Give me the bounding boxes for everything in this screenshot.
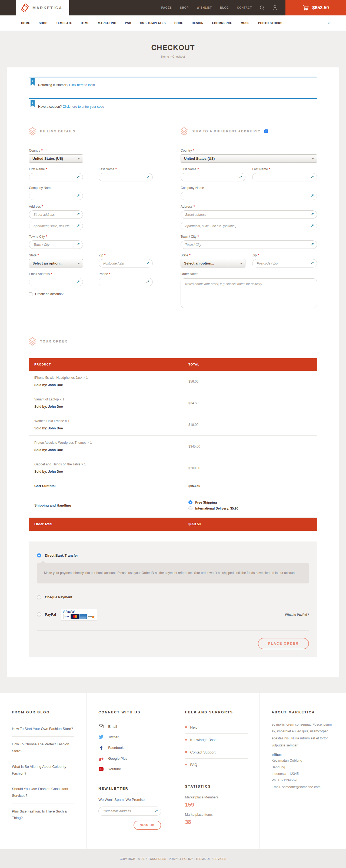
cart-button[interactable]: $653.50	[285, 0, 346, 16]
user-icon[interactable]	[273, 0, 277, 16]
shipping-last-name-input[interactable]	[252, 173, 317, 181]
billing-email-input[interactable]	[29, 278, 83, 286]
shipping-zip-input[interactable]	[252, 259, 317, 268]
catnav-code[interactable]: CODE	[174, 21, 183, 25]
billing-town-input[interactable]	[29, 241, 83, 249]
shipping-street-input[interactable]	[180, 210, 317, 219]
address-line: Kecamatan Coblong	[272, 757, 334, 764]
social-link-twitter[interactable]: Twitter	[98, 732, 161, 742]
catnav-ecommerce[interactable]: ECOMMERCE	[212, 21, 232, 25]
social-link-email[interactable]: Email	[98, 721, 161, 732]
select-arrow-icon	[78, 156, 79, 160]
billing-last-name-input[interactable]	[99, 173, 153, 181]
order-notes-textarea[interactable]	[180, 278, 317, 308]
shipping-company-input[interactable]	[180, 192, 317, 200]
terms-link[interactable]: TERMS OF SERVICES	[196, 858, 226, 861]
chevron-double-down-icon[interactable]: »	[327, 22, 331, 24]
privacy-policy-link[interactable]: PRIVACY POLICY	[169, 858, 193, 861]
billing-first-name-label: First Name*	[29, 167, 83, 171]
catnav-shop[interactable]: SHOP	[39, 21, 47, 25]
free-shipping-option[interactable]: Free Shipping	[188, 500, 312, 504]
payment-cheque-option[interactable]: Cheque Payment	[37, 595, 309, 599]
catnav-html[interactable]: HTML	[81, 21, 89, 25]
billing-apartment-input[interactable]	[29, 222, 83, 230]
billing-zip-input[interactable]	[99, 259, 153, 268]
nav-blog[interactable]: BLOG	[220, 6, 229, 9]
catnav-marketing[interactable]: MARKETING	[98, 21, 116, 25]
billing-phone-input[interactable]	[99, 278, 153, 286]
payment-paypal-option: PayPal P PayPal VISA DISCOVER What is Pa…	[37, 609, 309, 621]
total-column-header: TOTAL	[183, 358, 317, 371]
shipping-country-select[interactable]: United States (US)	[180, 154, 317, 163]
catnav-template[interactable]: TEMPLATE	[56, 21, 72, 25]
search-icon[interactable]	[260, 0, 265, 16]
checkout-card: i Returning customer? Click here to logi…	[7, 67, 339, 677]
catnav-design[interactable]: DESIGN	[192, 21, 203, 25]
international-delivery-option[interactable]: International Delivery: $5.90	[188, 506, 312, 510]
nav-wishlist[interactable]: WISHLIST	[197, 6, 212, 9]
discover-card-icon: DISCOVER	[88, 614, 95, 619]
radio-unselected-icon[interactable]	[37, 613, 41, 617]
blog-post-link[interactable]: What is So Alluring About Celebrity Fash…	[12, 759, 74, 781]
login-link[interactable]: Click here to login	[69, 83, 95, 87]
catnav-muse[interactable]: MUSE	[241, 21, 249, 25]
notice-text: Have a coupon?	[38, 105, 62, 108]
social-link-google-plus[interactable]: g+ Google Plus	[98, 753, 161, 764]
contact-support-link[interactable]: Contact Support	[185, 746, 248, 758]
breadcrumb-home[interactable]: Home	[161, 55, 169, 58]
billing-first-name-input[interactable]	[29, 173, 83, 181]
billing-company-input[interactable]	[29, 192, 83, 200]
billing-street-input[interactable]	[29, 210, 83, 219]
order-item-row: Variant of Laptop × 1 Sold by: John Doe …	[29, 392, 317, 414]
shipping-apartment-input[interactable]	[180, 222, 317, 230]
newsletter-email-input[interactable]	[98, 807, 161, 816]
shipping-first-name-input[interactable]	[180, 173, 245, 181]
required-star: *	[198, 167, 199, 171]
coupon-link[interactable]: Click here to enter your code	[63, 105, 104, 108]
knowledge-base-link[interactable]: Knowladge Base	[185, 734, 248, 746]
create-account-checkbox[interactable]: Create an account?	[29, 292, 153, 296]
required-star: *	[41, 149, 43, 152]
select-arrow-icon	[78, 261, 79, 265]
top-header: MARKETICA PAGES SHOP WISHLIST BLOG CONTA…	[0, 0, 346, 16]
nav-shop[interactable]: SHOP	[180, 6, 189, 9]
place-order-button[interactable]: PLACE ORDER	[258, 638, 309, 649]
faq-link[interactable]: FAQ	[185, 758, 248, 771]
product-total: $200.00	[183, 457, 317, 479]
required-star: *	[109, 272, 110, 276]
what-is-paypal-link[interactable]: What is PayPal?	[285, 613, 309, 616]
shipping-column: SHIP TO A DIFFERENT ADDRESS? Country* Un…	[180, 127, 317, 309]
catnav-photo-stocks[interactable]: PHOTO STOCKS	[258, 21, 282, 25]
blog-post-link[interactable]: How To Choose The Perfect Fashion Store?	[12, 737, 74, 759]
social-link-facebook[interactable]: Facebook	[98, 742, 161, 753]
copyright-bar: COPYRIGHT © 2015 TOKOPRESS PRIVACY POLIC…	[0, 849, 346, 868]
visa-card-icon: VISA	[63, 614, 71, 619]
billing-country-select[interactable]: United States (US)	[29, 154, 83, 163]
payment-bank-transfer-option[interactable]: Direct Bank Transfer	[37, 553, 309, 557]
required-star: *	[194, 205, 195, 209]
blog-post-link[interactable]: Plus Size Fashion: Is There Such a Thing…	[12, 804, 74, 826]
required-star: *	[46, 235, 47, 239]
shipping-state-select[interactable]: Select an option...	[180, 259, 245, 268]
returning-customer-notice: i Returning customer? Click here to logi…	[29, 76, 317, 93]
catnav-psd[interactable]: PSD	[125, 21, 131, 25]
radio-selected-icon	[37, 553, 41, 557]
catnav-cms-templates[interactable]: CMS TEMPLATES	[140, 21, 166, 25]
google-plus-icon: g+	[98, 756, 104, 761]
brand-logo[interactable]: MARKETICA	[16, 0, 69, 16]
newsletter-signup-button[interactable]: SIGN UP	[134, 820, 161, 830]
blog-post-link[interactable]: Should You Use Fashion Consultant Servic…	[12, 781, 74, 804]
nav-contact[interactable]: CONTACT	[237, 6, 252, 9]
blog-post-link[interactable]: How To Start Your Own Fashion Store?	[12, 721, 74, 737]
payment-methods-box: Direct Bank Transfer Make your payment d…	[29, 541, 317, 657]
shipping-company-label: Company Name	[180, 186, 317, 190]
required-star: *	[104, 253, 106, 257]
stat-label: Marketplace Members	[185, 796, 248, 799]
catnav-home[interactable]: HOME	[21, 21, 30, 25]
nav-pages[interactable]: PAGES	[161, 6, 172, 9]
billing-state-select[interactable]: Select an option...	[29, 259, 83, 268]
shipping-town-input[interactable]	[180, 241, 317, 249]
help-link[interactable]: Help	[185, 721, 248, 734]
ship-to-different-checkbox[interactable]	[264, 129, 268, 133]
social-link-youtube[interactable]: Youtube	[98, 764, 161, 774]
